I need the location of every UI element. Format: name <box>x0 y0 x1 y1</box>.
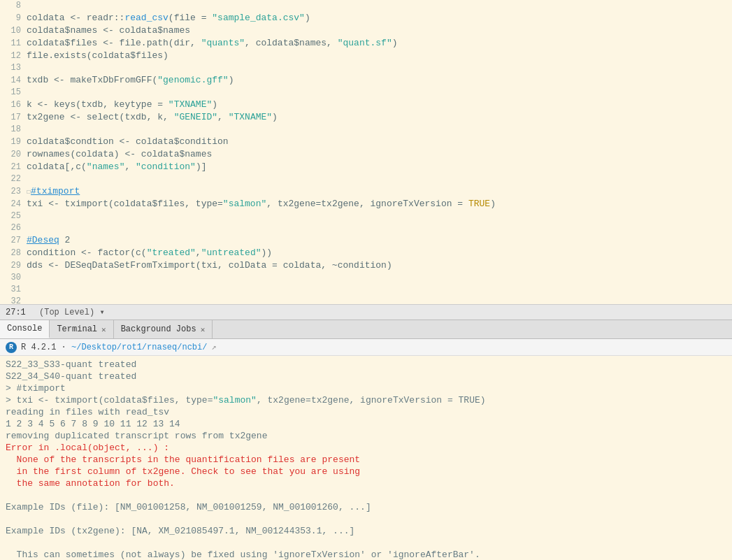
path-text: ~/Desktop/rot1/rnaseq/ncbi/ <box>71 343 207 352</box>
tab-label: Terminal <box>57 324 97 334</box>
code-line: 10 coldata$names <- coldata$names <box>0 24 732 37</box>
code-line: 12 file.exists(coldata$files) <box>0 50 732 62</box>
code-line: 27 #Deseq 2 <box>0 234 732 247</box>
console-area: S22_33_S33-quant treatedS22_34_S40-quant… <box>0 356 732 560</box>
line-number: 28 <box>0 247 27 259</box>
line-number: 18 <box>0 124 27 136</box>
r-version: R 4.2.1 <box>21 343 56 352</box>
line-number: 20 <box>0 149 27 161</box>
tab-bar: Console Terminal✕ Background Jobs✕ <box>0 320 732 339</box>
code-line: 26 <box>0 222 732 234</box>
console-line: > #tximport <box>6 382 726 394</box>
code-line: 21 coldata[,c("names", "condition")] <box>0 161 732 173</box>
line-number: 8 <box>0 0 27 12</box>
line-content: coldata$names <- coldata$names <box>27 24 732 36</box>
code-line: 28 condition <- factor(c("treated","untr… <box>0 247 732 259</box>
line-number: 26 <box>0 222 27 234</box>
console-line: in the first column of tx2gene. Check to… <box>6 466 726 478</box>
tab-close-btn[interactable]: ✕ <box>101 325 106 334</box>
tab-label: Console <box>7 324 42 333</box>
console-line: Error in .local(object, ...) : <box>6 442 726 454</box>
tab-console[interactable]: Console <box>0 320 50 338</box>
path-bar: R R 4.2.1 · ~/Desktop/rot1/rnaseq/ncbi/ … <box>0 339 732 356</box>
code-line: 16 k <- keys(txdb, keytype = "TXNAME") <box>0 99 732 111</box>
line-content: condition <- factor(c("treated","untreat… <box>27 247 732 259</box>
code-line: 8 <box>0 0 732 12</box>
code-line: 18 <box>0 124 732 136</box>
line-number: 19 <box>0 136 27 148</box>
console-line: S22_33_S33-quant treated <box>6 359 726 371</box>
tab-terminal[interactable]: Terminal✕ <box>50 320 113 338</box>
line-number: 14 <box>0 75 27 87</box>
console-line: This can sometimes (not always) be fixed… <box>6 549 726 560</box>
status-level: (Top Level) ▾ <box>34 307 105 317</box>
code-line: 13 <box>0 62 732 74</box>
console-line <box>6 489 726 501</box>
line-number: 10 <box>0 25 27 37</box>
line-content: txdb <- makeTxDbFromGFF("genomic.gff") <box>27 74 732 86</box>
console-line: S22_34_S40-quant treated <box>6 371 726 382</box>
line-content: tx2gene <- select(txdb, k, "GENEID", "TX… <box>27 111 732 123</box>
code-line: 20 rownames(coldata) <- coldata$names <box>0 148 732 161</box>
code-line: 11 coldata$files <- file.path(dir, "quan… <box>0 37 732 50</box>
editor-area: 8 9 coldata <- readr::read_csv(file = "s… <box>0 0 732 304</box>
console-line: the same annotation for both. <box>6 478 726 489</box>
console-line: > txi <- tximport(coldata$files, type="s… <box>6 394 726 406</box>
line-number: 17 <box>0 112 27 124</box>
console-line: Example IDs (file): [NM_001001258, NM_00… <box>6 501 726 513</box>
line-number: 15 <box>0 87 27 99</box>
console-line <box>6 537 726 549</box>
tab-label: Background Jobs <box>121 324 196 334</box>
console-line: Example IDs (tx2gene): [NA, XM_021085497… <box>6 525 726 537</box>
line-content: coldata[,c("names", "condition")] <box>27 161 732 173</box>
line-number: 29 <box>0 260 27 272</box>
line-number: 16 <box>0 99 27 111</box>
console-line: reading in files with read_tsv <box>6 406 726 418</box>
line-content: k <- keys(txdb, keytype = "TXNAME") <box>27 99 732 110</box>
line-number: 32 <box>0 296 27 304</box>
line-number: 25 <box>0 210 27 222</box>
code-line: 22 <box>0 173 732 185</box>
line-number: 9 <box>0 13 27 24</box>
line-content: rownames(coldata) <- coldata$names <box>27 148 732 160</box>
code-line: 29 dds <- DESeqDataSetFromTximport(txi, … <box>0 259 732 272</box>
path-separator: · <box>56 343 71 352</box>
line-number: 22 <box>0 173 27 185</box>
status-bar: 27:1 (Top Level) ▾ <box>0 304 732 320</box>
code-line: 32 <box>0 296 732 304</box>
tab-background-jobs[interactable]: Background Jobs✕ <box>114 320 213 338</box>
line-content: #Deseq 2 <box>27 234 732 246</box>
console-line: None of the transcripts in the quantific… <box>6 454 726 466</box>
code-line: 17 tx2gene <- select(txdb, k, "GENEID", … <box>0 111 732 124</box>
console-line: removing duplicated transcript rows from… <box>6 430 726 442</box>
code-line: 9 coldata <- readr::read_csv(file = "sam… <box>0 12 732 24</box>
code-line: 23 ☐#tximport <box>0 185 732 198</box>
line-number: 27 <box>0 235 27 247</box>
tab-close-btn[interactable]: ✕ <box>201 325 206 334</box>
code-line: 31 <box>0 284 732 296</box>
line-number: 11 <box>0 38 27 50</box>
console-line <box>6 513 726 525</box>
line-content: file.exists(coldata$files) <box>27 50 732 62</box>
line-content: coldata <- readr::read_csv(file = "sampl… <box>27 12 732 24</box>
path-link-icon[interactable]: ↗ <box>211 342 216 352</box>
line-content: coldata$condtion <- coldata$condition <box>27 136 732 148</box>
console-wrapper[interactable]: S22_33_S33-quant treatedS22_34_S40-quant… <box>0 356 732 560</box>
code-line: 15 <box>0 87 732 99</box>
line-number: 12 <box>0 50 27 62</box>
line-content: dds <- DESeqDataSetFromTximport(txi, col… <box>27 259 732 271</box>
line-content: ☐#tximport <box>27 185 732 198</box>
code-line: 14 txdb <- makeTxDbFromGFF("genomic.gff"… <box>0 74 732 87</box>
console-line: 1 2 3 4 5 6 7 8 9 10 11 12 13 14 <box>6 418 726 430</box>
line-number: 13 <box>0 62 27 74</box>
code-line: 30 <box>0 272 732 284</box>
r-icon: R <box>6 342 17 353</box>
line-content: coldata$files <- file.path(dir, "quants"… <box>27 37 732 49</box>
code-line: 25 <box>0 210 732 222</box>
status-position: 27:1 <box>6 308 26 317</box>
line-number: 31 <box>0 284 27 296</box>
code-line: 24 txi <- tximport(coldata$files, type="… <box>0 198 732 210</box>
line-number: 30 <box>0 272 27 284</box>
line-number: 23 <box>0 186 27 198</box>
line-content: txi <- tximport(coldata$files, type="sal… <box>27 198 732 210</box>
